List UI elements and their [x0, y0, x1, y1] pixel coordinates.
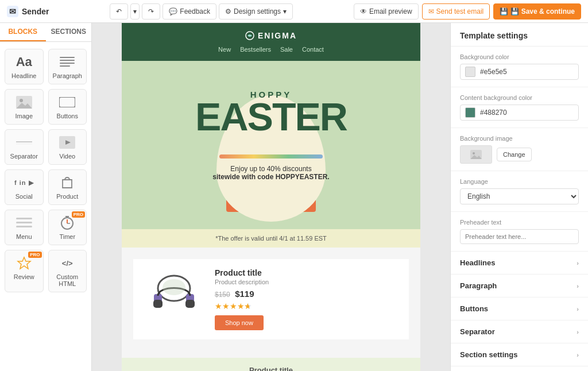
email-header: ENIGMA New Bestsellers Sale Contact	[122, 23, 420, 61]
block-custom-html[interactable]: </> Custom HTML	[48, 250, 87, 292]
paragraph-icon	[60, 54, 75, 70]
svg-rect-13	[16, 226, 32, 227]
dropdown-btn[interactable]: ▾	[130, 3, 140, 20]
block-review[interactable]: PRO Review	[5, 250, 44, 292]
topbar-center-actions: ↶ ▾ ↷ 💬 Feedback ⚙ Design settings ▾	[110, 3, 293, 20]
preheader-label: Preheader text	[460, 219, 579, 226]
block-image[interactable]: Image	[5, 89, 44, 125]
tab-sections[interactable]: SECTIONS	[46, 23, 92, 41]
section-item-preview-unsubscribe[interactable]: Preview & Unsubscribe ›	[451, 366, 588, 371]
svg-rect-6	[59, 97, 75, 107]
product-title-1: Product title	[215, 268, 400, 277]
product-cta-button-1[interactable]: Shop now	[215, 315, 264, 330]
block-paragraph[interactable]: Paragraph	[48, 49, 87, 84]
block-buttons-label: Buttons	[57, 113, 78, 119]
bg-color-row[interactable]: #e5e5e5	[460, 64, 579, 80]
svg-point-25	[163, 279, 185, 295]
image-icon	[16, 94, 32, 110]
preheader-input[interactable]	[460, 229, 579, 244]
feedback-button[interactable]: 💬 Feedback	[163, 3, 216, 20]
product-icon	[60, 175, 74, 191]
bottom-section: Product title	[122, 358, 420, 371]
right-panel-sections: Headlines › Paragraph › Buttons › Separa…	[451, 252, 588, 371]
change-bg-image-button[interactable]: Change	[497, 148, 532, 161]
bg-color-label: Background color	[460, 53, 579, 60]
block-video[interactable]: Video	[48, 129, 87, 165]
easter-title: EASTER	[191, 97, 351, 136]
easter-desc-1: Enjoy up to 40% discounts	[191, 165, 351, 173]
nav-new[interactable]: New	[218, 46, 231, 53]
block-product[interactable]: Product	[48, 169, 87, 205]
feedback-icon: 💬	[169, 7, 177, 16]
product-section: Product title Product description $150 $…	[122, 248, 420, 358]
block-menu-label: Menu	[16, 233, 32, 240]
headphones-image	[145, 271, 203, 323]
section-item-paragraph[interactable]: Paragraph ›	[451, 275, 588, 297]
video-icon	[59, 134, 75, 150]
undo-button[interactable]: ↶	[110, 3, 128, 20]
svg-point-27	[473, 152, 475, 154]
tab-blocks[interactable]: BLOCKS	[0, 23, 46, 41]
nav-bestsellers[interactable]: Bestsellers	[240, 46, 271, 53]
email-canvas[interactable]: ENIGMA New Bestsellers Sale Contact	[92, 23, 450, 371]
content-bg-color-value: #488270	[480, 109, 507, 117]
brand-name: ENIGMA	[258, 31, 297, 40]
section-item-headlines[interactable]: Headlines ›	[451, 252, 588, 275]
design-settings-button[interactable]: ⚙ Design settings ▾	[219, 3, 293, 20]
send-test-button[interactable]: ✉ Send test email	[422, 3, 490, 20]
app-logo-area: ✉ Sender	[7, 6, 49, 17]
nav-sale[interactable]: Sale	[280, 46, 293, 53]
brand-logo: ENIGMA	[245, 31, 297, 40]
panel-tabs: BLOCKS SECTIONS	[0, 23, 91, 42]
product-image-1	[142, 268, 206, 326]
language-group: Language English French German	[451, 171, 588, 212]
svg-rect-2	[60, 63, 75, 64]
topbar: ✉ Sender ↶ ▾ ↷ 💬 Feedback ⚙ Design setti…	[0, 0, 588, 23]
content-bg-color-swatch	[465, 107, 475, 118]
bg-image-preview	[460, 145, 492, 164]
separator-icon	[16, 134, 32, 150]
save-continue-button[interactable]: 💾 💾 Save & continue	[493, 3, 581, 20]
block-buttons[interactable]: Buttons	[48, 89, 87, 125]
section-item-section-settings[interactable]: Section settings ›	[451, 343, 588, 366]
block-image-label: Image	[15, 113, 33, 119]
old-price-1: $150	[215, 291, 230, 299]
block-review-label: Review	[14, 273, 34, 280]
bg-color-group: Background color #e5e5e5	[451, 47, 588, 87]
svg-rect-8	[16, 144, 32, 144]
product-stars-1: ★★★★★★	[215, 302, 400, 311]
chevron-icon-4: ›	[577, 329, 579, 335]
email-preview-button[interactable]: 👁 Email preview	[354, 3, 419, 20]
bg-color-swatch	[465, 67, 475, 77]
product-info-1: Product title Product description $150 $…	[215, 268, 400, 330]
headline-icon: Aa	[16, 54, 32, 70]
redo-button[interactable]: ↷	[142, 3, 160, 20]
block-social-label: Social	[16, 193, 33, 200]
language-select[interactable]: English French German	[460, 188, 579, 204]
block-social[interactable]: f in ▶ Social	[5, 169, 44, 205]
chevron-icon-2: ›	[577, 283, 579, 289]
block-separator[interactable]: Separator	[5, 129, 44, 165]
left-panel: BLOCKS SECTIONS Aa Headline Paragraph Im…	[0, 23, 92, 371]
preheader-group: Preheader text	[451, 212, 588, 252]
section-item-buttons[interactable]: Buttons ›	[451, 297, 588, 320]
block-paragraph-label: Paragraph	[53, 72, 82, 79]
block-menu[interactable]: Menu	[5, 210, 44, 245]
block-headline[interactable]: Aa Headline	[5, 49, 44, 84]
section-item-separator[interactable]: Separator ›	[451, 320, 588, 343]
block-timer-label: Timer	[59, 233, 75, 240]
svg-rect-11	[16, 218, 32, 219]
buttons-icon	[59, 94, 75, 110]
design-settings-icon: ⚙	[225, 7, 231, 16]
svg-rect-23	[153, 300, 163, 308]
custom-html-icon: </>	[62, 255, 73, 271]
nav-contact[interactable]: Contact	[302, 46, 324, 53]
new-price-1: $119	[235, 289, 254, 299]
timer-pro-badge: PRO	[72, 211, 85, 218]
block-timer[interactable]: PRO Timer	[48, 210, 87, 245]
offer-bar: *The offer is valid until 4/1 at 11.59 E…	[122, 229, 420, 248]
content-bg-color-row[interactable]: #488270	[460, 105, 579, 121]
block-headline-label: Headline	[11, 72, 36, 79]
email-template: ENIGMA New Bestsellers Sale Contact	[122, 23, 420, 371]
content-bg-color-label: Content background color	[460, 94, 579, 101]
